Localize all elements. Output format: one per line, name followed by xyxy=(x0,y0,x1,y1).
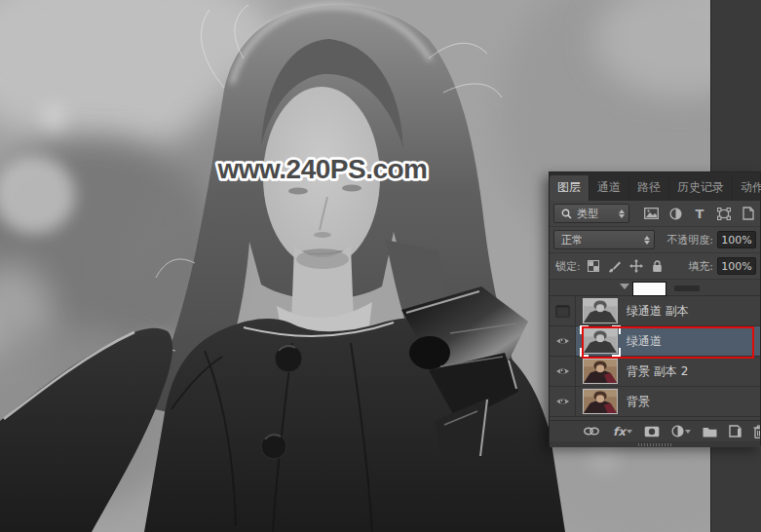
visibility-toggle[interactable] xyxy=(550,296,576,325)
new-group-icon[interactable] xyxy=(703,426,717,437)
lock-fill-row: 锁定: 填充: 100% xyxy=(550,253,760,280)
tab-layers[interactable]: 图层 xyxy=(550,175,590,201)
visibility-toggle[interactable] xyxy=(550,326,576,356)
lock-position-icon[interactable] xyxy=(629,259,643,273)
layer-name[interactable]: 背景 xyxy=(627,394,650,410)
thumb-select-bracket xyxy=(612,348,621,357)
eye-icon xyxy=(555,366,570,376)
layer-row-background-copy-2[interactable]: 背景 副本 2 xyxy=(550,357,760,387)
pixel-layer-filter-icon[interactable] xyxy=(643,206,659,221)
grip-dots-icon xyxy=(638,443,671,446)
layer-name[interactable]: 绿通道 xyxy=(627,333,662,350)
eye-icon xyxy=(555,336,570,346)
filter-type-stepper-icon xyxy=(619,209,625,218)
tab-channels[interactable]: 通道 xyxy=(590,175,629,201)
clipped-layer-name xyxy=(674,285,700,291)
thumb-select-bracket xyxy=(580,348,589,357)
chevron-down-icon xyxy=(620,284,629,289)
layer-row-background[interactable]: 背景 xyxy=(550,387,760,417)
search-icon xyxy=(558,206,574,221)
layer-row-partial[interactable] xyxy=(550,280,760,296)
tab-paths[interactable]: 路径 xyxy=(629,175,669,201)
thumb-select-bracket xyxy=(580,325,589,334)
add-layer-mask-icon[interactable] xyxy=(644,426,660,437)
chevron-down-icon xyxy=(627,430,632,434)
eye-hidden-icon xyxy=(555,305,570,318)
eye-icon xyxy=(555,397,570,406)
fill-label: 填充: xyxy=(688,259,713,274)
layer-filter-icons: T xyxy=(643,206,756,221)
panel-bottom-bar: fx xyxy=(550,420,760,441)
layer-row-green-channel-copy[interactable]: 绿通道 副本 xyxy=(550,296,760,326)
tab-history[interactable]: 历史记录 xyxy=(669,175,733,201)
layer-row-green-channel[interactable]: 绿通道 xyxy=(550,326,760,357)
layer-thumbnail-grayscale[interactable] xyxy=(583,298,618,323)
adjustment-layer-filter-icon[interactable] xyxy=(667,206,683,221)
new-layer-icon[interactable] xyxy=(729,425,742,437)
photoshop-workspace: { "watermark": "www.240PS.com", "icons":… xyxy=(0,0,761,532)
layer-thumbnail-color[interactable] xyxy=(583,359,618,384)
layer-thumbnail-color[interactable] xyxy=(583,389,618,414)
filter-type-label: 类型 xyxy=(574,207,617,221)
layer-filter-row: 类型 T xyxy=(550,201,760,227)
blend-mode-stepper-icon xyxy=(644,236,650,245)
opacity-label: 不透明度: xyxy=(666,233,713,247)
panel-tab-bar: 图层 通道 路径 历史记录 动作 xyxy=(550,172,760,201)
layer-mask-thumbnail[interactable] xyxy=(632,282,666,296)
type-layer-filter-icon[interactable]: T xyxy=(692,206,707,221)
layers-list: 绿通道 副本 绿通道 xyxy=(550,280,760,420)
lock-all-icon[interactable] xyxy=(651,259,665,273)
fill-value-field[interactable]: 100% xyxy=(717,257,756,275)
delete-layer-icon[interactable] xyxy=(753,425,760,438)
blend-opacity-row: 正常 不透明度: 100% xyxy=(550,227,760,253)
filter-type-dropdown[interactable]: 类型 xyxy=(553,204,629,223)
visibility-toggle[interactable] xyxy=(550,357,576,386)
smart-object-filter-icon[interactable] xyxy=(741,206,756,221)
lock-label: 锁定: xyxy=(555,259,581,274)
lock-transparency-icon[interactable] xyxy=(587,259,600,273)
layer-style-fx-icon[interactable]: fx xyxy=(613,426,632,437)
lock-paint-icon[interactable] xyxy=(608,259,622,273)
layers-panel: 图层 通道 路径 历史记录 动作 类型 T xyxy=(549,171,761,445)
blend-mode-dropdown[interactable]: 正常 xyxy=(553,230,655,249)
opacity-value-field[interactable]: 100% xyxy=(717,231,756,248)
new-adjustment-layer-icon[interactable] xyxy=(671,425,691,437)
tab-actions[interactable]: 动作 xyxy=(733,175,761,201)
shape-layer-filter-icon[interactable] xyxy=(716,206,732,221)
link-layers-icon[interactable] xyxy=(584,427,599,436)
blend-mode-value: 正常 xyxy=(558,233,642,247)
watermark: www.240PS.com xyxy=(217,154,428,184)
panel-resize-grip[interactable] xyxy=(550,441,760,447)
layer-name[interactable]: 背景 副本 2 xyxy=(627,363,688,380)
lock-icons xyxy=(587,259,665,273)
chevron-down-icon xyxy=(685,430,691,434)
thumb-select-bracket xyxy=(612,325,621,334)
layer-name[interactable]: 绿通道 副本 xyxy=(627,303,689,320)
visibility-toggle[interactable] xyxy=(550,387,576,416)
